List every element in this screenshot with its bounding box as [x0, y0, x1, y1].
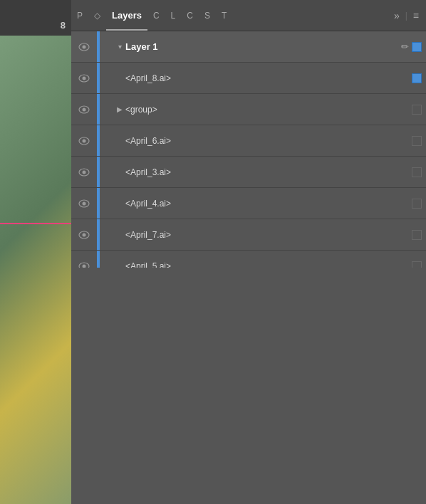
layer-row[interactable]: <April_4.ai> — [71, 188, 426, 219]
svg-point-7 — [83, 139, 86, 142]
layer-color-bar — [97, 251, 100, 268]
canvas-art — [0, 36, 71, 504]
layer-name: <April_6.ai> — [125, 136, 412, 146]
svg-point-15 — [83, 264, 86, 268]
layer-color-swatch[interactable] — [412, 105, 422, 115]
svg-point-1 — [83, 45, 86, 48]
layer-color-swatch[interactable] — [412, 199, 422, 209]
svg-point-11 — [83, 201, 86, 205]
layer-actions — [412, 167, 426, 177]
tab-p[interactable]: P — [71, 0, 88, 31]
layer-row[interactable]: <April_7.ai> — [71, 219, 426, 251]
layer-row[interactable]: <April_8.ai> — [71, 63, 426, 94]
layers-list: ▾ Layer 1 ✏ <April_8.ai> — [71, 31, 426, 268]
tab-t[interactable]: T — [216, 0, 232, 31]
svg-point-9 — [83, 170, 86, 174]
left-sidebar: 8 — [0, 0, 71, 504]
svg-point-5 — [83, 107, 86, 111]
page-number: 8 — [61, 20, 66, 31]
layer-name: Layer 1 — [125, 41, 401, 52]
layer-actions — [412, 105, 426, 115]
svg-point-13 — [83, 233, 86, 236]
visibility-icon[interactable] — [71, 137, 97, 145]
layer-actions — [412, 199, 426, 209]
layer-name: <group> — [125, 105, 412, 115]
layer-actions: ✏ — [401, 41, 426, 52]
separator: | — [405, 11, 407, 21]
layer-row[interactable]: <April_6.ai> — [71, 125, 426, 157]
layer-color-swatch[interactable] — [412, 230, 422, 240]
layer-name: <April_5.ai> — [125, 261, 412, 268]
tab-s-label: S — [204, 11, 210, 21]
tab-p-label: P — [77, 11, 83, 21]
layer-color-swatch[interactable] — [412, 136, 422, 146]
layer-color-bar — [97, 157, 100, 187]
layer-name: <April_8.ai> — [125, 73, 412, 83]
layer-color-bar — [97, 63, 100, 93]
layer-actions — [412, 136, 426, 146]
layer-row[interactable]: <April_3.ai> — [71, 157, 426, 188]
panel-menu-button[interactable]: ≡ — [410, 9, 422, 23]
visibility-icon[interactable] — [71, 231, 97, 239]
svg-point-3 — [83, 76, 86, 80]
visibility-icon[interactable] — [71, 199, 97, 208]
tab-c[interactable]: C — [147, 0, 165, 31]
more-tabs-button[interactable]: » — [391, 9, 402, 23]
visibility-icon[interactable] — [71, 168, 97, 177]
tab-layers-label: Layers — [112, 10, 142, 21]
tab-l-label: L — [171, 11, 176, 21]
layer-color-swatch[interactable] — [412, 261, 422, 268]
tab-s[interactable]: S — [199, 0, 216, 31]
visibility-icon[interactable] — [71, 105, 97, 114]
layer-color-bar — [97, 31, 100, 62]
empty-area — [71, 268, 426, 504]
layer-actions — [412, 230, 426, 240]
layers-panel: P ◇ Layers C L C S T » — [71, 0, 426, 504]
layer-name: <April_4.ai> — [125, 199, 412, 209]
layer-color-bar — [97, 125, 100, 156]
tab-c-label: C — [153, 11, 160, 21]
visibility-icon[interactable] — [71, 262, 97, 268]
layer-actions — [412, 261, 426, 268]
panel-header: P ◇ Layers C L C S T » — [71, 0, 426, 31]
canvas-preview — [0, 36, 71, 504]
layer-color-bar — [97, 94, 100, 125]
layer-row[interactable]: <April_5.ai> — [71, 251, 426, 268]
layer-color-swatch[interactable] — [412, 42, 422, 52]
canvas-line — [0, 223, 71, 224]
layer-name: <April_7.ai> — [125, 230, 412, 240]
tab-c2[interactable]: C — [181, 0, 199, 31]
tab-l[interactable]: L — [165, 0, 182, 31]
layer-actions — [412, 73, 426, 83]
tab-diamond[interactable]: ◇ — [88, 0, 106, 31]
visibility-icon[interactable] — [71, 74, 97, 83]
tab-diamond-label: ◇ — [94, 11, 100, 21]
header-tabs: P ◇ Layers C L C S T — [71, 0, 391, 31]
tab-layers[interactable]: Layers — [106, 0, 147, 31]
expand-icon[interactable]: ▶ — [114, 105, 125, 113]
layer-row[interactable]: ▶ <group> — [71, 94, 426, 125]
layer-row[interactable]: ▾ Layer 1 ✏ — [71, 31, 426, 63]
tab-c2-label: C — [187, 11, 193, 21]
layer-color-swatch[interactable] — [412, 73, 422, 83]
layer-name: <April_3.ai> — [125, 167, 412, 177]
layer-color-bar — [97, 219, 100, 250]
expand-icon[interactable]: ▾ — [114, 43, 125, 51]
pen-icon: ✏ — [401, 41, 409, 52]
layer-color-bar — [97, 188, 100, 219]
visibility-icon[interactable] — [71, 43, 97, 51]
tab-t-label: T — [222, 11, 227, 21]
layer-color-swatch[interactable] — [412, 167, 422, 177]
header-right: » | ≡ — [391, 9, 426, 23]
